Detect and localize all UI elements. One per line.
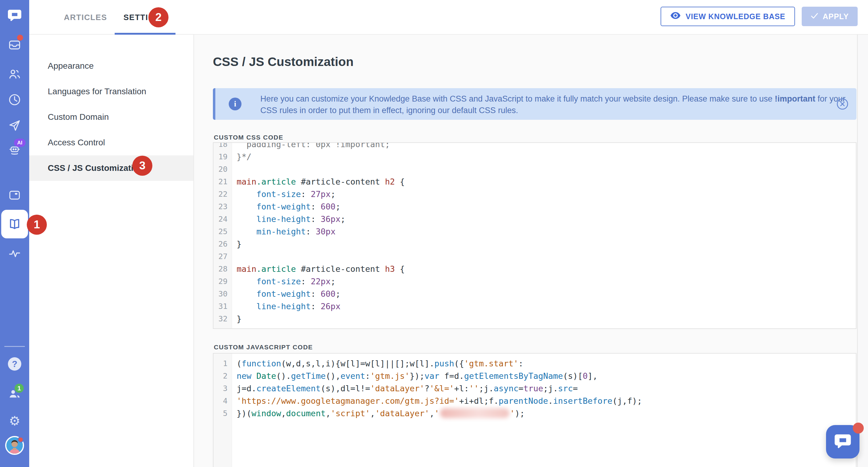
code-line: 30 font-weight: 600;: [214, 288, 856, 300]
settings-content-pane: CSS / JS Customization i Here you can cu…: [194, 35, 857, 467]
code-line: 23 font-weight: 600;: [214, 200, 856, 213]
sidebar-item-label: CSS / JS Customization: [48, 163, 144, 173]
line-number: 23: [214, 200, 232, 213]
settings-gear-icon[interactable]: ⚙: [0, 415, 29, 428]
code-line: 27: [214, 250, 856, 263]
user-avatar[interactable]: [0, 436, 29, 455]
line-number: 2: [214, 370, 232, 382]
sidebar-item-label: Access Control: [48, 138, 105, 148]
contacts-icon[interactable]: [0, 67, 29, 81]
page-title: CSS / JS Customization: [213, 55, 353, 69]
line-number: 30: [214, 288, 232, 300]
code-line: 29 font-size: 22px;: [214, 275, 856, 288]
right-scroll-strip[interactable]: [857, 35, 868, 467]
inbox-unread-dot: [17, 35, 23, 41]
info-icon: i: [229, 98, 242, 111]
sidebar-item-access-control[interactable]: Access Control: [29, 130, 193, 155]
custom-css-label: CUSTOM CSS CODE: [214, 134, 283, 141]
line-number: 20: [214, 163, 232, 176]
sidebar-item-appearance[interactable]: Appearance: [29, 53, 193, 79]
settings-nav-list: AppearanceLanguages for TranslationCusto…: [29, 53, 193, 181]
line-number: 24: [214, 213, 232, 225]
chat-widget-button[interactable]: [826, 425, 860, 459]
history-clock-icon[interactable]: [0, 93, 29, 106]
code-line: 4'https://www.googletagmanager.com/gtm.j…: [214, 395, 856, 407]
sidebar-item-label: Custom Domain: [48, 112, 109, 122]
step-badge-1: 1: [27, 215, 47, 235]
code-line: 3j=d.createElement(s),dl=l!='dataLayer'?…: [214, 382, 856, 395]
help-icon[interactable]: ?: [0, 357, 29, 371]
custom-css-editor[interactable]: 18 padding-left: 0px !important;19}*/202…: [213, 142, 857, 329]
code-line: 25 min-height: 30px: [214, 225, 856, 238]
line-number: 5: [214, 407, 232, 419]
widgets-icon[interactable]: [0, 188, 29, 202]
inbox-icon[interactable]: [0, 38, 29, 52]
eye-icon: [670, 11, 681, 21]
code-line: 20: [214, 163, 856, 176]
line-number: 31: [214, 300, 232, 313]
line-number: 21: [214, 176, 232, 188]
app-logo: [0, 8, 29, 23]
line-number: 3: [214, 382, 232, 395]
custom-js-label: CUSTOM JAVASCRIPT CODE: [214, 344, 313, 351]
banner-close-icon[interactable]: [836, 97, 849, 111]
check-icon: [810, 12, 818, 21]
view-knowledge-base-button[interactable]: VIEW KNOWLEDGE BASE: [660, 7, 795, 26]
sidebar-item-custom-domain[interactable]: Custom Domain: [29, 104, 193, 130]
custom-js-editor[interactable]: 1(function(w,d,s,l,i){w[l]=w[l]||[];w[l]…: [213, 353, 857, 467]
code-line: 21main.article #article-content h2 {: [214, 176, 856, 188]
code-line: 19}*/: [214, 151, 856, 163]
code-line: 26}: [214, 238, 856, 250]
invite-count-badge: 1: [14, 383, 24, 394]
analytics-pulse-icon[interactable]: [0, 247, 29, 260]
apply-button[interactable]: APPLY: [802, 7, 858, 26]
line-number: 27: [214, 250, 232, 263]
app-icon-rail: AI ? 1 ⚙: [0, 0, 29, 467]
sidebar-item-label: Languages for Translation: [48, 87, 146, 96]
line-number: 1: [214, 357, 232, 370]
code-line: 22 font-size: 27px;: [214, 188, 856, 200]
line-number: 32: [214, 313, 232, 325]
line-number: 29: [214, 275, 232, 288]
line-number: 18: [214, 142, 232, 151]
campaigns-send-icon[interactable]: [0, 119, 29, 132]
info-banner: i Here you can customize your Knowledge …: [213, 88, 857, 120]
line-number: 19: [214, 151, 232, 163]
avatar-status-dot: [18, 437, 24, 443]
chat-widget-notification-dot: [853, 423, 864, 434]
line-number: 25: [214, 225, 232, 238]
ai-badge: AI: [14, 138, 26, 147]
step-badge-3: 3: [132, 156, 152, 176]
rail-divider: [4, 346, 25, 347]
settings-sidebar: AppearanceLanguages for TranslationCusto…: [29, 35, 194, 467]
code-line: 2new Date().getTime(),event:'gtm.js'});v…: [214, 370, 856, 382]
sidebar-item-languages-for-translation[interactable]: Languages for Translation: [29, 79, 193, 104]
info-banner-text: Here you can customize your Knowledge Ba…: [260, 93, 863, 116]
knowledge-base-book-icon[interactable]: [0, 217, 29, 231]
code-line: 31 line-height: 26px: [214, 300, 856, 313]
code-line: 5})(window,document,'script','dataLayer'…: [214, 407, 856, 419]
redacted-gtm-id: [440, 408, 509, 418]
code-line: 32}: [214, 313, 856, 325]
code-line: 28main.article #article-content h3 {: [214, 263, 856, 275]
code-line: 24 line-height: 36px;: [214, 213, 856, 225]
sidebar-item-css-js-customization[interactable]: CSS / JS Customization: [29, 155, 193, 181]
sidebar-item-label: Appearance: [48, 61, 94, 71]
code-line: 1(function(w,d,s,l,i){w[l]=w[l]||[];w[l]…: [214, 357, 856, 370]
step-badge-2: 2: [148, 7, 168, 27]
app-window: AI ? 1 ⚙: [0, 0, 868, 467]
line-number: 26: [214, 238, 232, 250]
code-line: 18 padding-left: 0px !important;: [214, 142, 856, 151]
line-number: 22: [214, 188, 232, 200]
line-number: 4: [214, 395, 232, 407]
line-number: 28: [214, 263, 232, 275]
tab-articles[interactable]: ARTICLES: [56, 0, 115, 35]
